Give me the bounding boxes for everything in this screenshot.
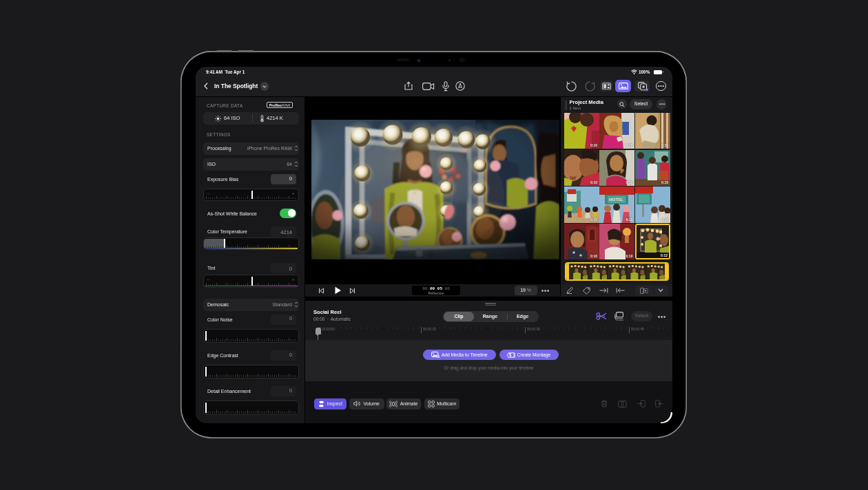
- svg-text:MOTEL: MOTEL: [609, 198, 623, 202]
